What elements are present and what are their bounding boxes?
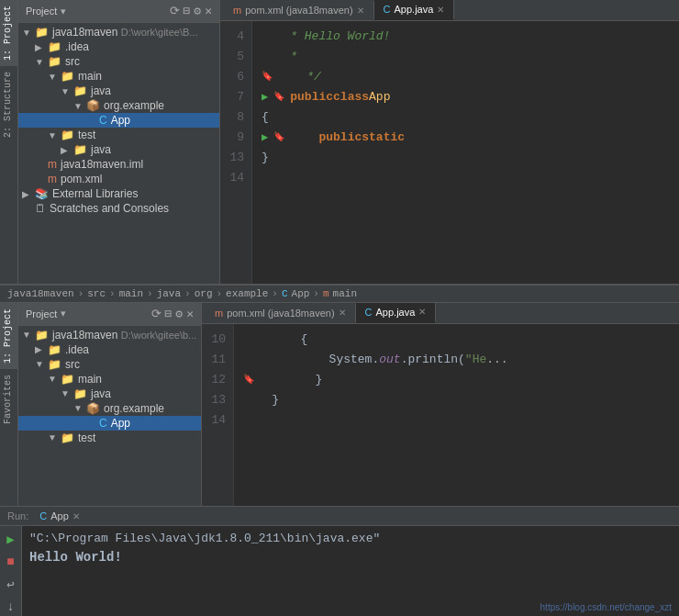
top-main-area: 1: Project 2: Structure Project ▾ ⟳ ⊟ ⚙ … xyxy=(0,0,679,284)
tab-app-bottom[interactable]: C App.java ✕ xyxy=(356,303,437,323)
code-b-10-brace: { xyxy=(243,330,307,350)
arrow-java-src: ▼ xyxy=(61,86,72,96)
pom-tab-close[interactable]: ✕ xyxy=(357,6,364,16)
tree-test-b[interactable]: ▼ 📁 test xyxy=(18,431,201,445)
code-8-brace: { xyxy=(262,107,269,128)
code-line-6-text: */ xyxy=(278,67,321,87)
sep1: › xyxy=(78,288,84,299)
tab-pom-bottom[interactable]: m pom.xml (java18maven) ✕ xyxy=(206,304,356,322)
side-tabs: 1: Project 2: Structure xyxy=(0,0,18,284)
tree-src-b[interactable]: ▼ 📁 src xyxy=(18,357,201,372)
run-tab-app-icon: C xyxy=(39,510,47,521)
arrow-test: ▼ xyxy=(48,130,59,140)
editor-top: m pom.xml (java18maven) ✕ C App.java ✕ 4… xyxy=(220,0,679,284)
breadcrumb-src[interactable]: src xyxy=(87,288,106,299)
sep6: › xyxy=(272,288,278,299)
app-tab-close-b[interactable]: ✕ xyxy=(418,307,426,317)
code-content-bottom[interactable]: { System.out.println( "He... 🔖 } } xyxy=(234,324,679,506)
tree-java-test[interactable]: ▶ 📁 java xyxy=(18,142,219,157)
settings-icon-bottom[interactable]: ⚙ xyxy=(175,307,183,321)
scroll-down-button[interactable]: ↓ xyxy=(5,598,16,616)
tree-java-src[interactable]: ▼ 📁 java xyxy=(18,84,219,98)
folder-icon-java-src-b: 📁 xyxy=(73,387,87,400)
breadcrumb-app[interactable]: App xyxy=(292,288,310,299)
run-tab-close[interactable]: ✕ xyxy=(72,511,80,521)
tree-app-class-b[interactable]: C App xyxy=(18,416,201,431)
pom-tab-close-b[interactable]: ✕ xyxy=(339,308,346,318)
tree-label-java18maven: java18maven D:\work\gitee\B... xyxy=(52,26,197,39)
dropdown-icon[interactable]: ▾ xyxy=(61,6,66,17)
run-console: Run: C App ✕ ▶ ■ ↩ ↓ ↑ "C:\Program Fil xyxy=(0,506,679,616)
arrow-java-src-b: ▼ xyxy=(61,388,72,398)
arrow-idea: ▶ xyxy=(35,42,46,52)
tree-java-src-b[interactable]: ▼ 📁 java xyxy=(18,386,201,401)
play-button[interactable]: ▶ xyxy=(5,530,16,549)
close-icon-bottom[interactable]: ✕ xyxy=(186,307,194,321)
rerun-button[interactable]: ↩ xyxy=(5,575,16,594)
console-line-1: "C:\Program Files\Java\jdk1.8.0_211\bin\… xyxy=(29,530,672,548)
refresh-icon-bottom[interactable]: ⟳ xyxy=(151,307,161,321)
arrow-idea-b: ▶ xyxy=(35,344,46,354)
tree-label-java-test: java xyxy=(91,143,111,156)
run-tab-app-label: App xyxy=(50,510,69,521)
bookmark-icon-b-12: 🔖 xyxy=(243,370,258,390)
sidebar-tab-project[interactable]: 1: Project xyxy=(0,0,17,66)
stop-button[interactable]: ■ xyxy=(5,553,16,571)
tree-org-example-b[interactable]: ▼ 📦 org.example xyxy=(18,401,201,416)
tree-label-org-example-b: org.example xyxy=(104,402,164,415)
run-arrow-7[interactable]: ▶ xyxy=(262,87,268,107)
tree-label-java18maven-b: java18maven D:\work\gitee\b... xyxy=(52,329,196,342)
bottom-main: 1: Project Favorites Project ▾ ⟳ ⊟ ⚙ ✕ xyxy=(0,303,679,506)
run-tab-app[interactable]: C App ✕ xyxy=(34,509,85,523)
tree-iml[interactable]: m java18maven.iml xyxy=(18,157,219,172)
code-line-5: * xyxy=(262,47,670,67)
breadcrumb-java18maven[interactable]: java18maven xyxy=(7,288,74,299)
line-numbers-bottom: 10 11 12 13 14 xyxy=(202,324,234,506)
settings-icon[interactable]: ⚙ xyxy=(194,4,201,18)
tree-app-class[interactable]: C App xyxy=(18,113,219,128)
tree-main[interactable]: ▼ 📁 main xyxy=(18,69,219,84)
collapse-icon[interactable]: ⊟ xyxy=(184,4,191,18)
app-tab-close[interactable]: ✕ xyxy=(437,5,444,15)
tree-label-main-b: main xyxy=(78,373,102,386)
tree-ext-libs[interactable]: ▶ 📚 External Libraries xyxy=(18,186,219,201)
breadcrumb-main-method[interactable]: main xyxy=(333,288,357,299)
breadcrumb-java[interactable]: java xyxy=(157,288,181,299)
tree-label-idea: .idea xyxy=(65,40,89,53)
tree-idea[interactable]: ▶ 📁 .idea xyxy=(18,39,219,54)
project-panel-top: Project ▾ ⟳ ⊟ ⚙ ✕ ▼ 📁 xyxy=(18,0,220,284)
panel-title: Project ▾ xyxy=(26,6,66,17)
tree-org-example[interactable]: ▼ 📦 org.example xyxy=(18,98,219,113)
sidebar-tab-project-bottom[interactable]: 1: Project xyxy=(0,303,17,369)
dropdown-icon-bottom[interactable]: ▾ xyxy=(61,308,66,319)
tree-test[interactable]: ▼ 📁 test xyxy=(18,128,219,142)
code-line-b-12: 🔖 } xyxy=(243,370,670,390)
run-tab-bar: Run: C App ✕ xyxy=(0,507,679,526)
breadcrumb-main[interactable]: main xyxy=(119,288,143,299)
tree-java18maven[interactable]: ▼ 📁 java18maven D:\work\gitee\B... xyxy=(18,25,219,39)
code-content-top[interactable]: * Hello World! * 🔖 */ ▶ 🔖 pu xyxy=(252,21,679,284)
tree-main-b[interactable]: ▼ 📁 main xyxy=(18,372,201,386)
breadcrumb-org[interactable]: org xyxy=(195,288,213,299)
close-icon[interactable]: ✕ xyxy=(205,4,212,18)
sidebar-tab-favorites[interactable]: Favorites xyxy=(0,369,17,430)
tree-scratches[interactable]: 🗒 Scratches and Consoles xyxy=(18,201,219,216)
refresh-icon[interactable]: ⟳ xyxy=(170,4,180,18)
package-icon-org-example: 📦 xyxy=(86,99,100,112)
app-tab-icon: C xyxy=(384,4,391,15)
sep4: › xyxy=(184,288,191,299)
tree-pom[interactable]: m pom.xml xyxy=(18,172,219,186)
iml-icon: m xyxy=(48,158,57,171)
tab-pom-top[interactable]: m pom.xml (java18maven) ✕ xyxy=(224,1,374,19)
sidebar-tab-structure[interactable]: 2: Structure xyxy=(0,66,17,143)
breadcrumb-example[interactable]: example xyxy=(226,288,268,299)
collapse-icon-bottom[interactable]: ⊟ xyxy=(165,307,173,321)
tree-java18maven-b[interactable]: ▼ 📁 java18maven D:\work\gitee\b... xyxy=(18,328,201,342)
arrow-java-test: ▶ xyxy=(61,145,72,155)
tree-idea-b[interactable]: ▶ 📁 .idea xyxy=(18,342,201,357)
tree-src[interactable]: ▼ 📁 src xyxy=(18,54,219,69)
tab-app-top[interactable]: C App.java ✕ xyxy=(374,0,455,20)
sep5: › xyxy=(217,288,223,299)
code-line-8: { xyxy=(262,107,670,128)
run-arrow-9[interactable]: ▶ xyxy=(262,128,268,148)
